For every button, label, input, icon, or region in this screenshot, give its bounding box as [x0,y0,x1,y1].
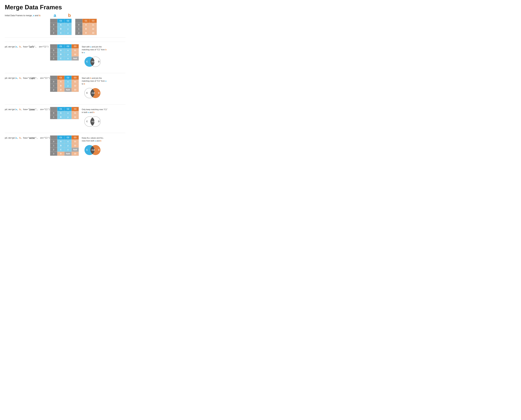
cell: A [57,23,65,27]
table-row: 2 C z [50,31,72,35]
right-desc-venn: Start with b and join the matching rows … [82,75,108,99]
outer-merge-table: C1 C2 C3 0 A x 11 1 B y 12 2 C z NaN [50,135,79,156]
svg-text:C: C [86,92,88,94]
inner-venn-diagram: C A,B D [82,116,103,128]
outer-description: Keep ALL values and ALL rows from both a… [82,136,108,142]
inner-merge-table: C1 C2 C3 0 A x 11 1 B y 12 [50,107,79,119]
svg-text:C: C [86,149,88,151]
inner-merge-section: pd.merge(a, b, how="inner", on="C1") C1 … [5,105,126,128]
initial-b: b [39,14,40,17]
table-row: C1 C2 [50,19,72,23]
row-index: 2 [50,31,57,35]
cell: A [82,23,89,27]
row-index: 2 [75,31,82,35]
cell: z [65,31,72,35]
table-row: C1 C2 C3 [50,107,79,111]
ab-header: a b [50,13,97,18]
svg-text:A,B: A,B [91,61,95,63]
table-row: 3 D NaN 13 [50,152,79,156]
a-header-label: a [54,13,56,18]
row-index: 1 [75,27,82,31]
right-venn-diagram: C A,B D [82,87,103,99]
initial-tables-container: a b C1 C2 0 A x 1 B y [50,13,97,35]
table-row: C1 C2 C3 [50,135,79,140]
table-row: 0 A x 11 [50,80,79,84]
inner-merge-label: pd.merge(a, b, how="inner", on="C1") [5,107,50,111]
left-merge-section: pd.merge(a, b, how="left", on="C1") C1 C… [5,42,126,68]
outer-merge-right: C1 C2 C3 0 A x 11 1 B y 12 2 C z NaN [50,135,126,156]
outer-merge-section: pd.merge(a, b, how="outer", on="C1") C1 … [5,133,126,156]
table-row: 0 A x 11 [50,48,79,52]
initial-section: Initial Data Frames to merge, a and b: a… [5,13,126,38]
right-merge-label: pd.merge(a, b, how="right", on="C1") [5,75,50,80]
table-a: C1 C2 0 A x 1 B y 2 C z [50,19,72,35]
outer-merge-label: pd.merge(a, b, how="outer", on="C1") [5,135,50,140]
right-merge-section: pd.merge(a, b, how="right", on="C1") C1 … [5,73,126,99]
initial-tables: C1 C2 0 A x 1 B y 2 C z [50,19,97,35]
inner-desc-venn: Only keep matching rows "C1" in both a a… [82,107,108,128]
table-row: C1 C2 C3 [50,76,79,80]
left-merge-label: pd.merge(a, b, how="left", on="C1") [5,44,50,48]
right-description: Start with b and join the matching rows … [82,76,108,85]
col-header-index [50,19,57,23]
cell: x [65,23,72,27]
table-row: 0 A x 11 [50,140,79,144]
table-row: 1 B 12 [75,27,97,31]
row-index: 0 [50,23,57,27]
left-desc-venn: Start with a and join the matching rows … [82,44,108,68]
table-row: 2 D 13 [75,31,97,35]
left-merge-table: C1 C2 C3 0 A x 11 1 B y 12 2 C z NaN [50,44,79,60]
left-merge-right: C1 C2 C3 0 A x 11 1 B y 12 2 C z NaN [50,44,126,68]
cell: y [65,27,72,31]
table-row: 1 B y 12 [50,52,79,57]
left-description: Start with a and join the matching rows … [82,45,108,54]
table-row: C1 C2 C3 [50,44,79,48]
table-row: 2 D NaN 13 [50,88,79,92]
table-row: 2 C z NaN [50,57,79,60]
col-header-c3: C3 [89,19,97,23]
table-row: 0 A x [50,23,72,27]
svg-text:D: D [98,60,100,63]
table-row: 1 B y 12 [50,144,79,148]
table-row: 2 C z NaN [50,148,79,152]
svg-text:A,B: A,B [91,149,95,151]
initial-a: a [33,14,34,17]
col-header-index [75,19,82,23]
outer-desc-venn: Keep ALL values and ALL rows from both a… [82,135,108,156]
svg-text:C: C [86,60,88,63]
svg-text:A,B: A,B [91,92,95,94]
cell: B [82,27,89,31]
outer-venn-diagram: C A,B D [82,144,103,156]
row-index: 1 [50,27,57,31]
table-row: C1 C3 [75,19,97,23]
table-b: C1 C3 0 A 11 1 B 12 2 D 13 [75,19,97,35]
svg-text:A,B: A,B [91,120,95,122]
col-header-c1: C1 [57,19,65,23]
table-row: 0 A x 11 [50,111,79,115]
page-title: Merge Data Frames [5,4,126,11]
left-venn-diagram: C A,B D [82,56,103,68]
row-index: 0 [75,23,82,27]
svg-text:D: D [98,149,100,151]
cell: 12 [89,27,97,31]
right-merge-right: C1 C2 C3 0 A x 11 1 B y 12 2 D NaN 13 [50,75,126,99]
inner-description: Only keep matching rows "C1" in both a a… [82,107,108,114]
svg-text:D: D [98,120,100,123]
table-row: 0 A 11 [75,23,97,27]
col-header-c2: C2 [65,19,72,23]
cell: 11 [89,23,97,27]
b-header-label: b [68,13,71,18]
table-row: 1 B y 12 [50,84,79,88]
svg-text:D: D [98,92,100,94]
table-row: 1 B y [50,27,72,31]
inner-merge-right: C1 C2 C3 0 A x 11 1 B y 12 Only keep mat… [50,107,126,128]
initial-label: Initial Data Frames to merge, a and b: [5,13,50,17]
col-header-c1: C1 [82,19,89,23]
right-merge-table: C1 C2 C3 0 A x 11 1 B y 12 2 D NaN 13 [50,75,79,92]
cell: C [57,31,65,35]
svg-text:C: C [86,120,88,123]
initial-text: Initial Data Frames to merge, [5,14,32,17]
cell: 13 [89,31,97,35]
cell: D [82,31,89,35]
table-row: 1 B y 12 [50,115,79,119]
